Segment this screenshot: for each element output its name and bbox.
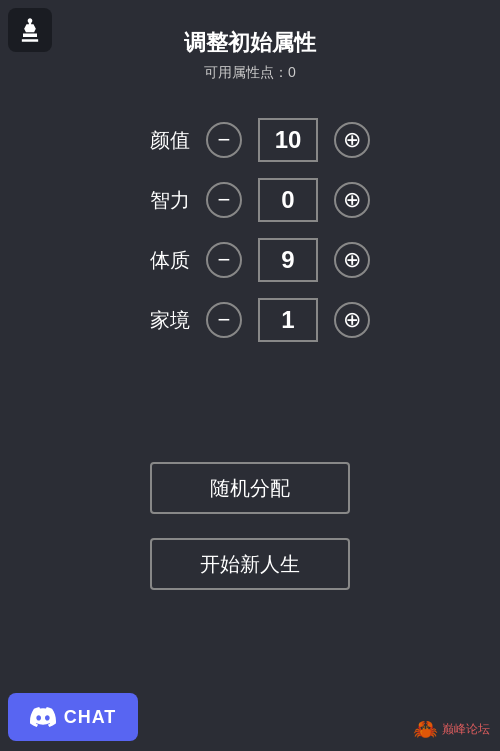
attr-value-0: 10 [258,118,318,162]
attr-label-3: 家境 [130,307,190,334]
attribute-row: 家境−1⊕ [130,298,370,342]
attr-value-1: 0 [258,178,318,222]
action-buttons: 随机分配 开始新人生 [150,462,350,590]
attributes-container: 颜值−10⊕智力−0⊕体质−9⊕家境−1⊕ [130,118,370,342]
main-content: 调整初始属性 可用属性点：0 颜值−10⊕智力−0⊕体质−9⊕家境−1⊕ 随机分… [0,0,500,590]
attribute-row: 智力−0⊕ [130,178,370,222]
watermark: 🦀 巅峰论坛 [413,717,490,741]
page-title: 调整初始属性 [184,28,316,58]
crab-icon: 🦀 [413,717,438,741]
attr-plus-btn-1[interactable]: ⊕ [334,182,370,218]
attr-plus-btn-3[interactable]: ⊕ [334,302,370,338]
attr-value-3: 1 [258,298,318,342]
attribute-row: 体质−9⊕ [130,238,370,282]
attr-label-1: 智力 [130,187,190,214]
points-label: 可用属性点：0 [204,64,296,82]
attr-value-2: 9 [258,238,318,282]
chess-icon [16,16,44,44]
chat-label: CHAT [64,707,117,728]
attr-label-2: 体质 [130,247,190,274]
chat-button[interactable]: CHAT [8,693,138,741]
top-logo [8,8,52,52]
attr-plus-btn-2[interactable]: ⊕ [334,242,370,278]
random-button[interactable]: 随机分配 [150,462,350,514]
attr-label-0: 颜值 [130,127,190,154]
start-button[interactable]: 开始新人生 [150,538,350,590]
attr-minus-btn-3[interactable]: − [206,302,242,338]
attr-minus-btn-2[interactable]: − [206,242,242,278]
attr-minus-btn-1[interactable]: − [206,182,242,218]
discord-icon [30,704,56,730]
watermark-text: 巅峰论坛 [442,722,490,736]
attr-plus-btn-0[interactable]: ⊕ [334,122,370,158]
attr-minus-btn-0[interactable]: − [206,122,242,158]
attribute-row: 颜值−10⊕ [130,118,370,162]
